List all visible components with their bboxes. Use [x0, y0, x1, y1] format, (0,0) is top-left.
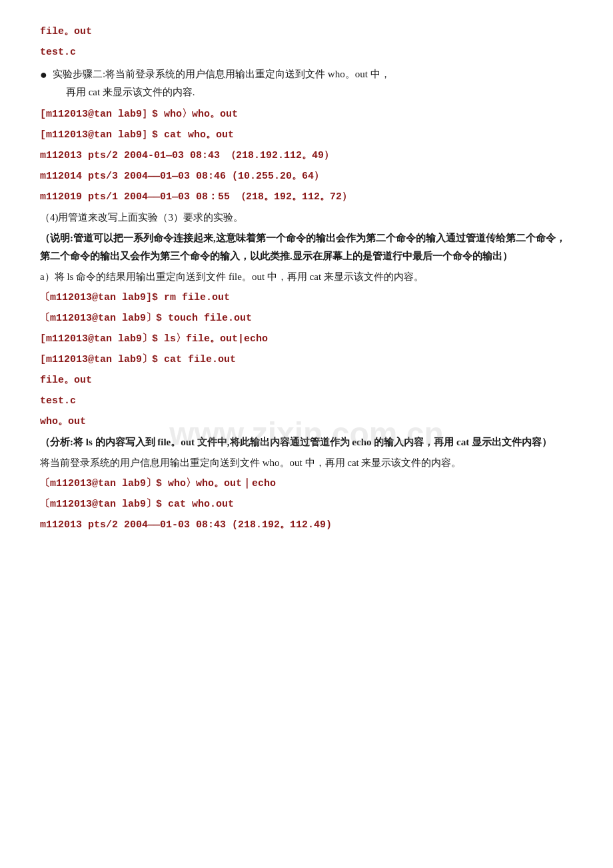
cmd-who-echo: 〔m112013@tan lab9〕$ who〉who。out｜echo	[40, 475, 573, 493]
task-b-desc: 将当前登录系统的用户信息用输出重定向送到文件 who。out 中，再用 cat …	[40, 454, 573, 472]
cmd-output-3: m112019 pts/1 2004——01—03 08：55 （218。192…	[40, 188, 573, 206]
bullet-text: 实验步骤二:将当前登录系统的用户信息用输出重定向送到文件 who。out 中， …	[53, 65, 573, 101]
description-pipe: （说明:管道可以把一系列命令连接起来,这意味着第一个命令的输出会作为第二个命令的…	[40, 229, 573, 265]
cmd-output-2: m112014 pts/3 2004——01—03 08:46 (10.255.…	[40, 167, 573, 185]
bullet-step2: ● 实验步骤二:将当前登录系统的用户信息用输出重定向送到文件 who。out 中…	[40, 65, 573, 101]
cmd-cat-who: [m112013@tan lab9］$ cat who。out	[40, 126, 573, 144]
main-content: file。out test.c ● 实验步骤二:将当前登录系统的用户信息用输出重…	[40, 23, 573, 534]
cmd-output-final: m112013 pts/2 2004——01-03 08:43 (218.192…	[40, 516, 573, 534]
bullet-dot: ●	[40, 65, 47, 101]
cmd-cat-who2: 〔m112013@tan lab9〕$ cat who.out	[40, 495, 573, 513]
cmd-rm-file: 〔m112013@tan lab9]$ rm file.out	[40, 289, 573, 307]
output-testc: test.c	[40, 392, 573, 410]
task-a-desc: a）将 ls 命令的结果用输出重定向送到文件 file。out 中，再用 cat…	[40, 268, 573, 286]
cmd-cat-file: [m112013@tan lab9〕$ cat file.out	[40, 351, 573, 369]
cmd-touch-file: 〔m112013@tan lab9〕$ touch file.out	[40, 309, 573, 327]
output-file-out: file。out	[40, 371, 573, 389]
cmd-ls-pipe: [m112013@tan lab9〕$ ls〉file。out|echo	[40, 330, 573, 348]
analysis-pipe: （分析:将 ls 的内容写入到 file。out 文件中,将此输出内容通过管道作…	[40, 433, 573, 451]
cmd-output-1: m112013 pts/2 2004-01—03 08:43 （218.192.…	[40, 147, 573, 165]
line-1: file。out	[40, 23, 573, 41]
output-who-out: who。out	[40, 413, 573, 431]
line-2: test.c	[40, 43, 573, 61]
note-4: （4)用管道来改写上面实验（3）要求的实验。	[40, 209, 573, 227]
cmd-who-redirect: [m112013@tan lab9］$ who〉who。out	[40, 105, 573, 123]
